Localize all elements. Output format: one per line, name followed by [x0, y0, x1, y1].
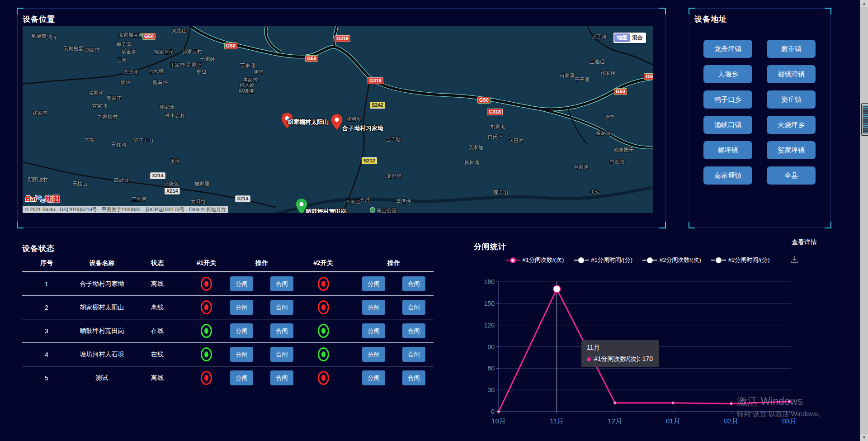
address-button[interactable]: 榔坪镇: [703, 141, 752, 159]
open-switch1-button[interactable]: 分闸: [230, 323, 253, 338]
map-attribution: © 2021 Baidu - GS(2019)5218号 - 甲测资字11009…: [23, 206, 228, 213]
device-status-table: 序号设备名称状态#1开关操作#2开关操作1合子坳村习家坳离线分闸合闸分闸合闸2胡…: [22, 255, 434, 389]
map-type-map-button[interactable]: 地图: [614, 33, 630, 42]
close-switch1-button[interactable]: 合闸: [270, 347, 293, 362]
device-address-panel: 设备地址 龙舟坪镇磨市镇大堰乡都镇湾镇鸭子口乡资丘镇渔峡口镇火烧坪乡榔坪镇贺家坪…: [689, 8, 831, 228]
open-switch1-button[interactable]: 分闸: [230, 370, 253, 385]
page-scrollbar[interactable]: ▲ ▼: [860, 0, 868, 441]
svg-text:12月: 12月: [608, 417, 622, 425]
table-header-cell: 状态: [133, 259, 182, 267]
legend-item[interactable]: #2分闸次数/(次): [642, 256, 701, 264]
switch2-actions: 分闸合闸: [354, 347, 434, 362]
map-place-label: 石柱沟: [111, 142, 126, 148]
device-status: 在线: [133, 327, 182, 335]
open-switch1-button[interactable]: 分闸: [230, 300, 253, 315]
map-type-hybrid-button[interactable]: 混合: [630, 33, 645, 42]
legend-marker-line: [585, 260, 589, 261]
address-button[interactable]: 磨市镇: [767, 40, 816, 58]
address-button[interactable]: 高家堰镇: [703, 166, 752, 185]
close-switch2-button[interactable]: 合闸: [402, 323, 425, 338]
table-header-cell: #1开关: [182, 259, 231, 267]
open-switch1-button[interactable]: 分闸: [230, 276, 253, 291]
close-switch2-button[interactable]: 合闸: [402, 370, 425, 385]
svg-text:11月: 11月: [550, 417, 564, 425]
open-switch2-button[interactable]: 分闸: [362, 347, 385, 362]
close-switch1-button[interactable]: 合闸: [270, 323, 293, 338]
switch1-actions: 分闸合闸: [231, 370, 292, 385]
corner-decoration: [825, 8, 831, 14]
close-switch1-button[interactable]: 合闸: [270, 276, 293, 291]
road-badge-g318: G318: [368, 77, 383, 84]
map-pin-icon[interactable]: [331, 114, 343, 132]
corner-decoration: [689, 8, 695, 14]
map-place-label: 李潭坪: [396, 198, 411, 205]
map-place-label: 白岩塝: [609, 158, 624, 165]
legend-marker-dot: [647, 257, 653, 263]
map-place-label: 洞坪: [47, 34, 57, 41]
road-badge-s212: S212: [362, 157, 377, 164]
view-details-link[interactable]: 查看详情: [792, 238, 817, 247]
address-button[interactable]: 鸭子口乡: [703, 90, 752, 109]
map-place-label: 南山公园: [370, 207, 396, 213]
corner-decoration: [689, 222, 695, 228]
map-place-label: 干子堰: [575, 76, 590, 83]
open-switch2-button[interactable]: 分闸: [362, 300, 385, 315]
scrollbar-thumb[interactable]: [861, 103, 868, 136]
legend-marker-dot: [578, 257, 584, 263]
address-button[interactable]: 全县: [767, 166, 816, 185]
row-index: 1: [22, 280, 71, 288]
close-switch2-button[interactable]: 合闸: [402, 276, 425, 291]
switch2-cell: [292, 347, 354, 361]
map-place-label: 高家堰互通: [118, 32, 143, 38]
map-place-label: 火烧包: [164, 180, 179, 187]
address-button[interactable]: 渔峡口镇: [703, 116, 752, 134]
scrollbar-down-arrow[interactable]: ▼: [860, 434, 868, 441]
legend-item[interactable]: #1分闸次数/(次): [505, 256, 564, 264]
close-switch1-button[interactable]: 合闸: [270, 370, 293, 385]
close-switch2-button[interactable]: 合闸: [402, 347, 425, 362]
legend-item[interactable]: #2分闸时间/(分): [711, 256, 770, 264]
svg-text:150: 150: [484, 300, 495, 307]
svg-text:0: 0: [491, 408, 495, 415]
baidu-map[interactable]: 笔架槽洞坪天鹅抱蛋胡家湾高家堰互通梅子溪紫金寨二墩张家台子彭家河村千家岭王家湾罗…: [23, 26, 653, 213]
map-place-label: 龙舟坪: [387, 173, 401, 180]
legend-marker-line: [642, 260, 646, 261]
svg-text:30: 30: [487, 386, 495, 394]
map-place-label: 三岔河: [132, 196, 146, 203]
open-switch2-button[interactable]: 分闸: [362, 323, 385, 338]
device-location-title: 设备位置: [23, 14, 55, 24]
map-place-label: 沁水坝: [148, 68, 163, 75]
close-switch1-button[interactable]: 合闸: [270, 300, 293, 315]
address-button[interactable]: 大堰乡: [703, 65, 752, 83]
legend-marker-line: [516, 260, 520, 261]
map-place-label: 大坳: [85, 136, 94, 143]
scrollbar-up-arrow[interactable]: ▲: [860, 0, 868, 7]
map-place-label: 官家冲: [92, 103, 107, 109]
address-button[interactable]: 贺家坪镇: [767, 141, 816, 159]
map-place-label: 孙家坳: [159, 104, 174, 111]
legend-marker-line: [574, 260, 578, 261]
close-switch2-button[interactable]: 合闸: [402, 300, 425, 315]
address-button[interactable]: 资丘镇: [767, 90, 816, 109]
switch2-cell: [292, 277, 354, 291]
open-switch1-button[interactable]: 分闸: [230, 347, 253, 362]
address-button[interactable]: 火烧坪乡: [767, 116, 816, 134]
open-switch2-button[interactable]: 分闸: [362, 370, 385, 385]
address-button[interactable]: 龙舟坪镇: [703, 40, 752, 58]
legend-marker-dot: [716, 257, 722, 263]
map-place-label: 人手湾: [592, 33, 607, 40]
map-place-label: 施家堰: [194, 180, 209, 187]
map-place-label: 东包: [196, 68, 206, 75]
svg-text:120: 120: [484, 322, 495, 329]
open-switch2-button[interactable]: 分闸: [362, 276, 385, 291]
map-pin-label: 晒鼓坪村荒田岗: [306, 208, 347, 213]
map-place-label: 白氏坪: [488, 133, 503, 140]
map-place-label: 林家溪: [574, 164, 589, 171]
table-row: 1合子坳村习家坳离线分闸合闸分闸合闸: [22, 272, 434, 296]
map-place-label: 彭家河村: [182, 48, 202, 55]
address-button[interactable]: 都镇湾镇: [767, 65, 816, 83]
switch2-indicator-red: [318, 371, 329, 385]
device-status: 离线: [133, 374, 182, 382]
legend-item[interactable]: #1分闸时间/(分): [574, 256, 632, 264]
switch1-actions: 分闸合闸: [231, 323, 292, 338]
